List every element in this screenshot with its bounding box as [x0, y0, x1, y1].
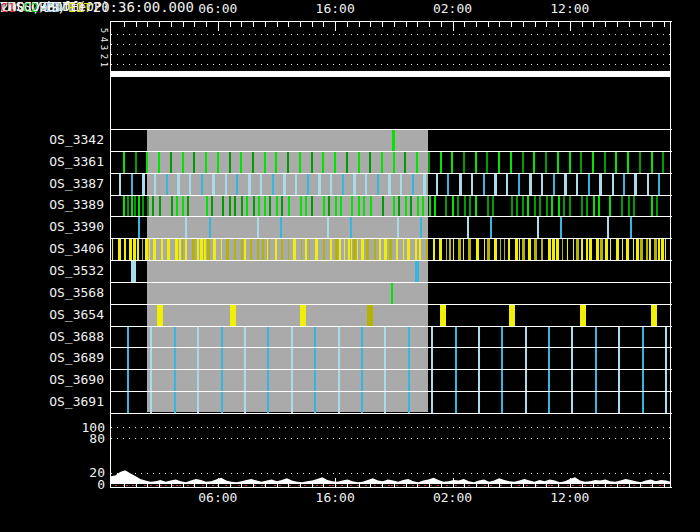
event-tick: [300, 196, 302, 217]
top-axis-tick: [499, 22, 500, 27]
event-tick: [522, 239, 525, 260]
event-tick: [370, 196, 372, 217]
event-tick: [525, 370, 527, 391]
event-tick: [439, 239, 442, 260]
event-tick: [534, 239, 537, 260]
event-tick: [323, 196, 325, 217]
row-separator: [110, 347, 672, 348]
event-tick: [244, 239, 246, 260]
row-separator: [110, 413, 672, 414]
event-tick: [158, 152, 160, 173]
buffer-red-marker: [430, 485, 432, 486]
event-tick: [264, 152, 266, 173]
buffer-red-marker: [160, 485, 162, 486]
event-tick: [636, 239, 639, 260]
row-separator: [110, 369, 672, 370]
event-tick: [367, 305, 373, 326]
event-tick: [484, 239, 485, 260]
event-tick: [131, 196, 133, 217]
event-tick: [455, 348, 457, 369]
event-tick: [545, 152, 547, 173]
top-axis-tick: [664, 22, 665, 27]
event-tick: [440, 305, 446, 326]
event-tick: [626, 239, 629, 260]
event-tick: [127, 196, 129, 217]
event-tick: [335, 196, 337, 217]
event-tick: [646, 239, 648, 260]
event-tick: [338, 392, 340, 413]
event-tick: [176, 196, 178, 217]
buffer-red-marker: [202, 485, 204, 486]
event-tick: [314, 327, 316, 348]
buffer-red-marker: [144, 485, 146, 486]
event-tick: [560, 217, 562, 238]
event-tick: [557, 152, 559, 173]
plot-left-border: [110, 21, 111, 487]
event-tick: [429, 196, 431, 217]
top-axis-tick: [183, 22, 184, 27]
event-tick: [311, 196, 313, 217]
buffer-red-marker: [279, 485, 281, 486]
event-tick: [209, 217, 211, 238]
event-tick: [553, 174, 555, 195]
event-tick: [157, 305, 163, 326]
event-tick: [174, 370, 176, 391]
event-tick: [658, 174, 660, 195]
event-tick: [665, 370, 667, 391]
bottom-axis-tick: [206, 482, 207, 487]
event-tick: [445, 196, 447, 217]
event-tick: [361, 392, 363, 413]
buffer-red-marker: [187, 485, 189, 486]
event-tick: [599, 174, 602, 195]
event-tick: [307, 174, 309, 195]
event-tick: [363, 196, 365, 217]
event-tick: [283, 174, 286, 195]
event-tick: [478, 370, 480, 391]
top-axis-tick: [394, 22, 395, 27]
event-tick: [490, 217, 492, 238]
buffer-red-marker: [350, 485, 352, 486]
event-tick: [494, 174, 497, 195]
event-tick: [267, 348, 269, 369]
event-tick: [170, 152, 172, 173]
event-tick: [615, 152, 617, 173]
time-label-bottom: 02:00: [428, 491, 478, 505]
event-tick: [229, 196, 231, 217]
bottom-axis-tick: [664, 482, 665, 487]
event-tick: [616, 239, 619, 260]
top-axis-tick: [511, 22, 512, 27]
event-tick: [455, 327, 457, 348]
top-axis-tick: [570, 22, 571, 31]
event-tick: [192, 239, 195, 260]
event-tick: [415, 261, 419, 282]
event-tick: [153, 239, 156, 260]
event-tick: [453, 239, 454, 260]
event-tick: [633, 196, 635, 217]
bottom-axis-tick: [453, 478, 454, 487]
event-tick: [463, 152, 465, 173]
top-axis-tick: [593, 22, 594, 27]
event-tick: [258, 196, 260, 217]
buffer-red-marker: [610, 485, 612, 486]
top-axis-tick: [335, 22, 336, 31]
event-tick: [369, 152, 371, 173]
bottom-axis-tick: [652, 482, 653, 487]
event-tick: [525, 392, 527, 413]
buffer-red-marker: [332, 485, 334, 486]
event-tick: [563, 196, 565, 217]
event-tick: [630, 217, 632, 238]
event-tick: [605, 239, 608, 260]
event-tick: [330, 239, 332, 260]
event-tick: [138, 196, 140, 217]
event-tick: [340, 196, 342, 217]
event-tick: [647, 174, 649, 195]
event-tick: [260, 174, 262, 195]
event-tick: [305, 196, 307, 217]
buffer-red-marker: [412, 485, 414, 486]
bottom-axis-tick: [323, 482, 324, 487]
event-tick: [272, 174, 274, 195]
event-tick: [246, 196, 248, 217]
event-tick: [322, 152, 324, 173]
event-tick: [548, 348, 550, 369]
event-tick: [464, 196, 466, 217]
